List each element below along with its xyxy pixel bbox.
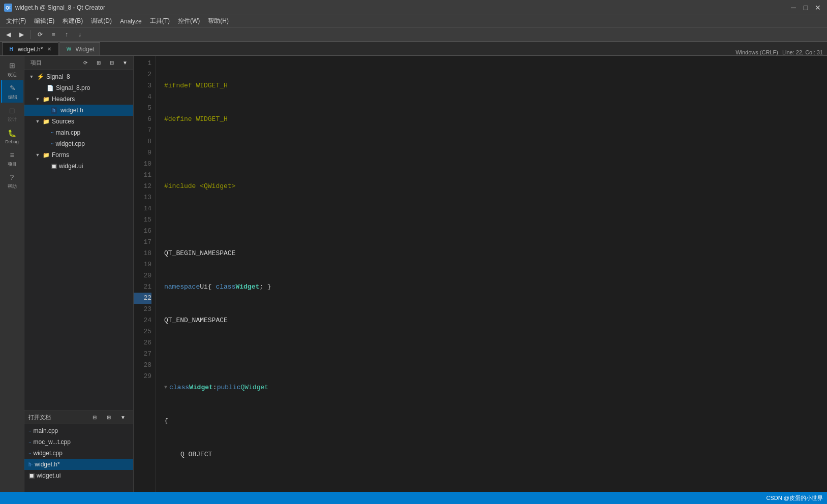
menu-tools[interactable]: 工具(T) [146,15,174,27]
sidebar-collapse[interactable]: ⊟ [106,57,118,69]
code-line-10: ▼class Widget : public QWidget [164,382,827,393]
tree-forms[interactable]: ▼ 📁 Forms [24,149,133,161]
open-docs-list: ·· main.cpp ·· moc_w...t.cpp ·· widget.c… [24,424,133,482]
arrow-headers: ▼ [35,96,41,102]
menu-file[interactable]: 文件(F) [2,15,30,27]
doc-widgetcpp-label: widget.cpp [34,450,63,457]
tree-maincpp[interactable]: ·· main.cpp [24,127,133,138]
open-docs-settings[interactable]: ▼ [117,412,129,423]
nav-debug[interactable]: 🐛 Debug [1,125,23,147]
menu-edit[interactable]: 编辑(E) [30,15,58,27]
toolbar-back[interactable]: ◀ [2,29,14,40]
toolbar-nav2[interactable]: ≡ [47,29,59,40]
nav-edit-label: 编辑 [8,94,17,101]
tab-status: Windows (CRLF) Line: 22, Col: 31 [736,49,827,55]
tree-sources[interactable]: ▼ 📁 Sources [24,116,133,127]
tab-widget[interactable]: W Widget [59,42,100,55]
menu-help[interactable]: 帮助(H) [204,15,233,27]
help-icon: ? [6,172,18,182]
window-controls: ─ □ ✕ [788,3,823,13]
tree-headers[interactable]: ▼ 📁 Headers [24,93,133,105]
menu-build[interactable]: 构建(B) [58,15,87,27]
tab-close-widget-h[interactable]: ✕ [46,46,53,53]
menu-analyze[interactable]: Analyze [116,15,146,27]
editor[interactable]: 1 2 3 4 5 6 7 8 9 10 11 12 13 14 15 16 1… [134,56,827,492]
close-button[interactable]: ✕ [813,3,823,13]
arrow-pro [39,85,45,91]
widgetui-label: widget.ui [59,163,83,170]
maximize-button[interactable]: □ [801,3,811,13]
doc-moc[interactable]: ·· moc_w...t.cpp [24,436,133,448]
pro-icon: 📄 [47,85,54,91]
toolbar-nav4[interactable]: ↓ [74,29,86,40]
open-docs-collapse[interactable]: ⊟ [88,412,101,423]
main-area: ⊞ 欢迎 ✎ 编辑 ◻ 设计 🐛 Debug ≡ 项目 ? 帮助 项目 ⟳ ⊞ [0,56,827,492]
tree-widgetui[interactable]: 🔲 widget.ui [24,161,133,172]
tab-icon-h: H [8,46,15,53]
nav-design[interactable]: ◻ 设计 [1,103,23,125]
code-line-11: { [164,416,827,427]
nav-project-label: 项目 [8,161,17,168]
code-line-1: #ifndef WIDGET_H [164,80,827,91]
forms-label: Forms [52,151,69,159]
minimize-button[interactable]: ─ [788,3,799,13]
sidebar-sync[interactable]: ⟳ [79,57,91,69]
nav-edit[interactable]: ✎ 编辑 [1,80,23,103]
nav-debug-label: Debug [5,139,19,144]
toolbar: ◀ ▶ ⟳ ≡ ↑ ↓ [0,27,827,42]
tree-widgeth[interactable]: h widget.h [24,105,133,116]
code-area[interactable]: 1 2 3 4 5 6 7 8 9 10 11 12 13 14 15 16 1… [134,56,827,492]
toolbar-nav3[interactable]: ↑ [60,29,73,40]
doc-widgeth-icon: h· [28,462,33,467]
doc-widgetui-label: widget.ui [37,472,60,479]
arrow-maincpp [43,130,49,136]
arrow-signal8: ▼ [28,74,35,80]
sources-label: Sources [52,118,74,125]
code-editor[interactable]: #ifndef WIDGET_H #define WIDGET_H #inclu… [156,56,827,492]
doc-widgetcpp-icon: ·· [28,451,32,456]
app-icon: Qt [4,4,12,12]
open-docs-label: 打开文档 [28,414,51,421]
tab-label-widget: Widget [75,46,94,53]
line-ending: Windows (CRLF) [736,49,778,55]
menu-controls[interactable]: 控件(W) [174,15,204,27]
nav-help[interactable]: ? 帮助 [1,170,23,192]
tree-widgetcpp[interactable]: ·· widget.cpp [24,138,133,149]
status-credit: CSDN @皮蛋的小世界 [767,494,823,502]
menu-debug[interactable]: 调试(D) [87,15,116,27]
doc-maincpp[interactable]: ·· main.cpp [24,425,133,436]
doc-maincpp-icon: ·· [28,428,32,434]
tab-widget-h[interactable]: H widget.h* ✕ [2,42,58,55]
headers-label: Headers [52,96,75,103]
widgetui-icon: 🔲 [51,164,57,169]
sidebar-settings[interactable]: ▼ [119,57,131,69]
arrow-widgetcpp [43,141,49,147]
nav-welcome[interactable]: ⊞ 欢迎 [1,58,23,80]
doc-widgetui[interactable]: 🔲 widget.ui [24,470,133,481]
window-title: widget.h @ Signal_8 - Qt Creator [15,4,105,11]
arrow-sources: ▼ [35,118,41,124]
widgetcpp-icon: ·· [51,141,54,147]
left-nav: ⊞ 欢迎 ✎ 编辑 ◻ 设计 🐛 Debug ≡ 项目 ? 帮助 [0,56,24,492]
toolbar-forward[interactable]: ▶ [15,29,27,40]
code-line-8: QT_END_NAMESPACE [164,315,827,326]
welcome-icon: ⊞ [6,60,18,71]
code-line-5 [164,214,827,226]
tab-bar: H widget.h* ✕ W Widget Windows (CRLF) Li… [0,42,827,56]
code-line-6: QT_BEGIN_NAMESPACE [164,248,827,259]
nav-project[interactable]: ≡ 项目 [1,147,23,170]
tree-signal8pro[interactable]: 📄 Signal_8.pro [24,82,133,93]
code-line-4: #include <QWidget> [164,181,827,192]
project-icon: ≡ [6,150,18,160]
tree-signal8[interactable]: ▼ ⚡ Signal_8 [24,71,133,82]
forms-icon: 📁 [43,152,50,159]
toolbar-sep1 [30,30,31,39]
sidebar-expand[interactable]: ⊞ [93,57,105,69]
toolbar-nav1[interactable]: ⟳ [34,29,46,40]
open-docs-expand[interactable]: ⊞ [103,412,115,423]
doc-widgetcpp[interactable]: ·· widget.cpp [24,448,133,459]
status-bar: CSDN @皮蛋的小世界 [0,492,827,504]
widgeth-label: widget.h [60,107,83,114]
maincpp-label: main.cpp [56,129,81,136]
doc-widgeth[interactable]: h· widget.h* [24,459,133,470]
